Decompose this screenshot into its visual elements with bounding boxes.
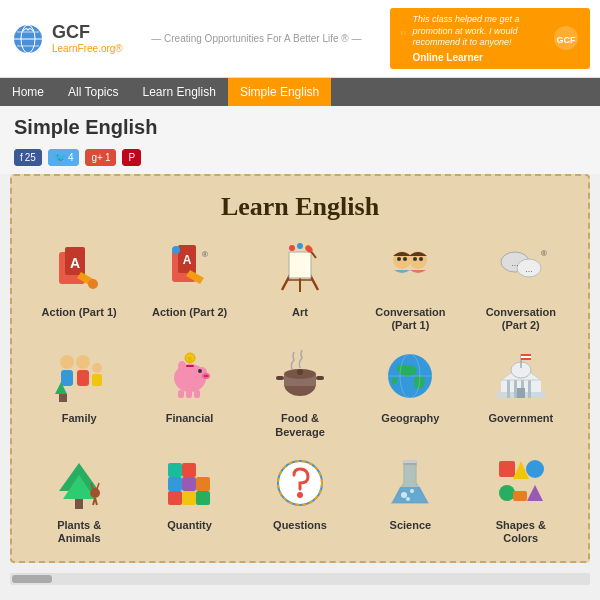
plants-label: Plants &Animals (57, 519, 101, 545)
svg-rect-84 (196, 491, 210, 505)
svg-point-48 (198, 369, 202, 373)
svg-point-93 (410, 489, 414, 493)
facebook-count: 25 (25, 152, 36, 163)
topic-conv2[interactable]: ... ... ® Conversation(Part 2) (470, 238, 572, 332)
geography-label: Geography (381, 412, 439, 425)
action2-label: Action (Part 2) (152, 306, 227, 319)
action2-icon: A ® (158, 238, 222, 302)
topic-government[interactable]: Government (470, 344, 572, 438)
svg-rect-83 (182, 491, 196, 505)
ad-logo-icon: GCF (550, 24, 580, 54)
topics-grid: A Action (Part 1) A ® Action (Part 2) (28, 238, 572, 545)
nav-learn-english[interactable]: Learn English (130, 78, 227, 106)
topic-art[interactable]: Art (249, 238, 351, 332)
government-icon (489, 344, 553, 408)
topic-family[interactable]: Family (28, 344, 130, 438)
questions-label: Questions (273, 519, 327, 532)
topic-geography[interactable]: Geography (359, 344, 461, 438)
twitter-count: 4 (68, 152, 74, 163)
pinterest-share-button[interactable]: P (122, 149, 141, 166)
topic-conv1[interactable]: Conversation(Part 1) (359, 238, 461, 332)
svg-point-37 (60, 355, 74, 369)
food-icon (268, 344, 332, 408)
topic-plants[interactable]: Plants &Animals (28, 451, 130, 545)
googleplus-share-button[interactable]: g+ 1 (85, 149, 116, 166)
ad-quote-area: This class helped me get a promotion at … (412, 14, 544, 63)
art-label: Art (292, 306, 308, 319)
svg-rect-69 (514, 380, 517, 398)
svg-point-28 (397, 257, 401, 261)
shapes-icon (489, 451, 553, 515)
svg-rect-71 (528, 380, 531, 398)
food-label: Food &Beverage (275, 412, 325, 438)
conv2-label: Conversation(Part 2) (486, 306, 556, 332)
nav-simple-english[interactable]: Simple English (228, 78, 331, 106)
geography-icon (378, 344, 442, 408)
quantity-label: Quantity (167, 519, 212, 532)
ad-attribution: Online Learner (412, 52, 544, 63)
quote-icon: " (400, 28, 406, 49)
facebook-share-button[interactable]: f 25 (14, 149, 42, 166)
svg-rect-75 (521, 356, 531, 358)
page-title: Simple English (14, 116, 586, 139)
svg-rect-76 (517, 388, 525, 398)
svg-rect-97 (499, 461, 515, 477)
svg-point-46 (178, 361, 186, 371)
page-header-area: Simple English (0, 106, 600, 145)
logo-gcf-text: GCF (52, 23, 123, 43)
ad-quote-text: This class helped me get a promotion at … (412, 14, 544, 49)
facebook-icon: f (20, 152, 23, 163)
svg-text:...: ... (511, 258, 519, 268)
topic-food[interactable]: Food &Beverage (249, 344, 351, 438)
svg-marker-101 (527, 485, 543, 501)
svg-point-92 (401, 492, 407, 498)
art-icon (268, 238, 332, 302)
svg-text:...: ... (525, 264, 533, 274)
svg-rect-88 (182, 463, 196, 477)
svg-point-21 (289, 245, 295, 251)
social-bar: f 25 🐦 4 g+ 1 P (0, 145, 600, 174)
family-icon (47, 344, 111, 408)
horizontal-scrollbar[interactable] (10, 573, 590, 585)
topic-action1[interactable]: A Action (Part 1) (28, 238, 130, 332)
svg-rect-60 (276, 376, 284, 380)
svg-point-29 (403, 257, 407, 261)
topic-science[interactable]: Science (359, 451, 461, 545)
svg-line-80 (95, 498, 97, 505)
conv2-icon: ... ... ® (489, 238, 553, 302)
svg-rect-53 (186, 390, 192, 398)
tagline: — Creating Opportunities For A Better Li… (133, 33, 380, 44)
scrollbar-thumb[interactable] (12, 575, 52, 583)
svg-text:A: A (182, 253, 191, 267)
pinterest-icon: P (128, 152, 135, 163)
action1-icon: A (47, 238, 111, 302)
twitter-share-button[interactable]: 🐦 4 (48, 149, 80, 166)
family-label: Family (62, 412, 97, 425)
svg-rect-52 (178, 390, 184, 398)
twitter-icon: 🐦 (54, 152, 66, 163)
svg-point-10 (88, 279, 98, 289)
topic-shapes[interactable]: Shapes &Colors (470, 451, 572, 545)
nav-home[interactable]: Home (0, 78, 56, 106)
svg-point-51 (206, 375, 208, 377)
main-content-area: Learn English A Action (Part 1) (10, 174, 590, 563)
svg-rect-100 (499, 485, 515, 501)
conv1-icon (378, 238, 442, 302)
svg-rect-42 (92, 374, 102, 386)
logo-text: GCF LearnFree.org® (52, 23, 123, 54)
svg-point-30 (413, 257, 417, 261)
svg-rect-85 (182, 477, 196, 491)
svg-rect-77 (75, 499, 83, 509)
topic-quantity[interactable]: Quantity (138, 451, 240, 545)
topic-action2[interactable]: A ® Action (Part 2) (138, 238, 240, 332)
conv1-label: Conversation(Part 1) (375, 306, 445, 332)
topic-questions[interactable]: Questions (249, 451, 351, 545)
action1-label: Action (Part 1) (42, 306, 117, 319)
government-label: Government (488, 412, 553, 425)
svg-point-94 (406, 497, 410, 501)
svg-text:®: ® (541, 249, 547, 258)
svg-rect-87 (168, 463, 182, 477)
topic-financial[interactable]: $ Financial (138, 344, 240, 438)
learn-english-heading: Learn English (28, 192, 572, 222)
nav-all-topics[interactable]: All Topics (56, 78, 130, 106)
